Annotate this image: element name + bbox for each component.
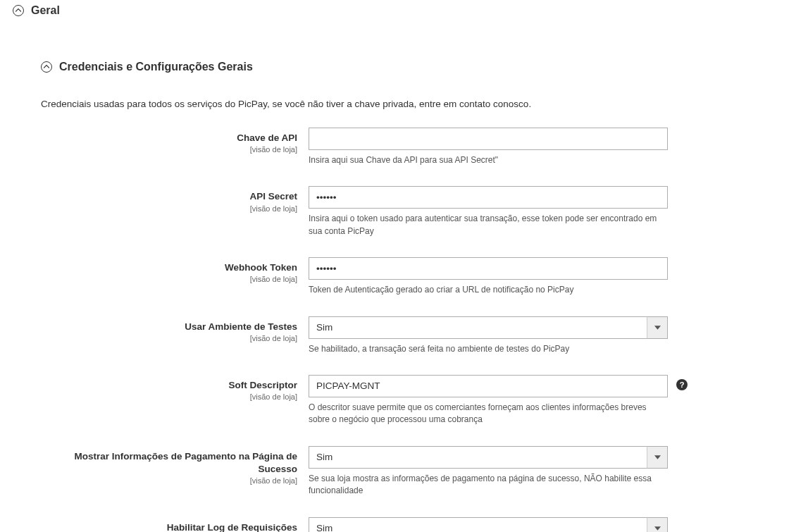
select-wrapper: Sim [309,517,668,532]
help-api-key: Insira aqui sua Chave da API para sua AP… [309,154,668,166]
webhook-token-input[interactable] [309,257,668,280]
label-col: Habilitar Log de Requisições [visão de l… [41,517,309,532]
api-secret-input[interactable] [309,186,668,209]
label-soft-descriptor: Soft Descriptor [41,379,297,392]
scope-label: [visão de loja] [41,476,297,485]
control-col: Sim Se habilitado, a transação será feit… [309,316,668,355]
help-soft-descriptor: O descritor suave permite que os comerci… [309,402,668,426]
control-col: Insira aqui sua Chave da API para sua AP… [309,128,668,166]
label-api-secret: API Secret [41,190,297,203]
scope-label: [visão de loja] [41,204,297,213]
label-show-payment-info: Mostrar Informações de Pagamento na Pági… [41,450,297,476]
label-test-env: Usar Ambiente de Testes [41,321,297,333]
row-api-key: Chave de API [visão de loja] Insira aqui… [41,128,787,166]
help-api-secret: Insira aqui o token usado para autentica… [309,213,668,237]
label-col: Soft Descriptor [visão de loja] [41,375,309,401]
row-enable-log: Habilitar Log de Requisições [visão de l… [41,517,787,532]
help-tooltip-icon[interactable]: ? [676,379,688,390]
select-wrapper: Sim [309,446,668,469]
control-col: Sim Se sua loja mostra as informações de… [309,446,668,497]
section-title-sub: Credenciais e Configurações Gerais [59,61,253,73]
select-wrapper: Sim [309,316,668,339]
scope-label: [visão de loja] [41,145,297,154]
enable-log-select[interactable]: Sim [309,517,668,532]
section-title-main: Geral [31,4,60,17]
control-col: Insira aqui o token usado para autentica… [309,186,668,237]
scope-label: [visão de loja] [41,334,297,342]
show-payment-info-select[interactable]: Sim [309,446,668,469]
control-col: ? O descritor suave permite que os comer… [309,375,668,426]
scope-label: [visão de loja] [41,392,297,401]
scope-label: [visão de loja] [41,275,297,283]
section-header-sub[interactable]: Credenciais e Configurações Gerais [0,56,808,78]
section-description: Credenciais usadas para todos os serviço… [0,92,808,128]
label-api-key: Chave de API [41,132,297,144]
collapse-up-icon [13,5,24,16]
label-col: API Secret [visão de loja] [41,186,309,212]
form-wrapper: Chave de API [visão de loja] Insira aqui… [0,128,808,532]
label-webhook-token: Webhook Token [41,261,297,274]
help-show-payment-info: Se sua loja mostra as informações de pag… [309,473,668,497]
control-col: Token de Autenticação gerado ao criar a … [309,257,668,296]
help-webhook-token: Token de Autenticação gerado ao criar a … [309,284,668,296]
row-show-payment-info: Mostrar Informações de Pagamento na Pági… [41,446,787,497]
test-env-select[interactable]: Sim [309,316,668,339]
row-soft-descriptor: Soft Descriptor [visão de loja] ? O desc… [41,375,787,426]
label-enable-log: Habilitar Log de Requisições [41,521,297,532]
label-col: Chave de API [visão de loja] [41,128,309,154]
api-key-input[interactable] [309,128,668,150]
label-col: Usar Ambiente de Testes [visão de loja] [41,316,309,342]
control-col: Sim [309,517,668,532]
soft-descriptor-input[interactable] [309,375,668,397]
label-col: Webhook Token [visão de loja] [41,257,309,283]
collapse-up-icon [41,61,52,73]
help-test-env: Se habilitado, a transação será feita no… [309,343,668,355]
label-col: Mostrar Informações de Pagamento na Pági… [41,446,309,485]
row-test-env: Usar Ambiente de Testes [visão de loja] … [41,316,787,355]
row-api-secret: API Secret [visão de loja] Insira aqui o… [41,186,787,237]
row-webhook-token: Webhook Token [visão de loja] Token de A… [41,257,787,296]
section-header-main[interactable]: Geral [0,0,808,21]
